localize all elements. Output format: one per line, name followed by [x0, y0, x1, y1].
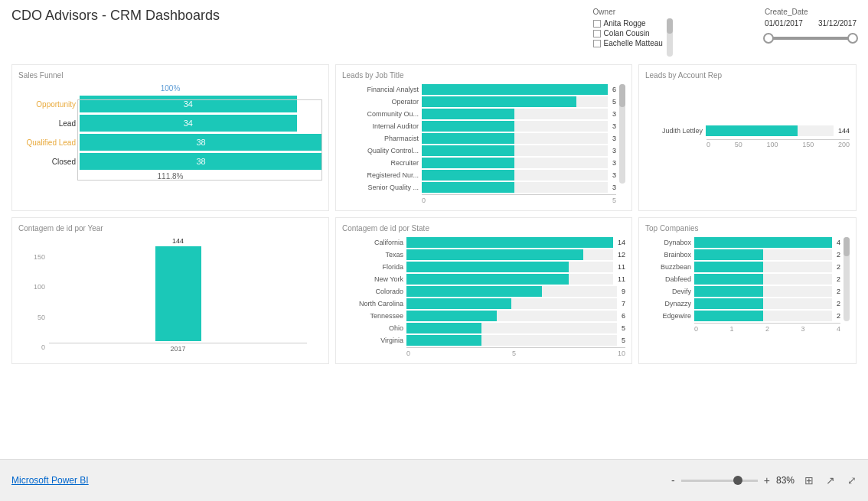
funnel-bar-container-0: 34: [80, 96, 322, 112]
zoom-slider-thumb[interactable]: [733, 476, 742, 485]
date-slider-track[interactable]: [765, 37, 857, 40]
state-bar-outer-1: [406, 249, 613, 260]
job-bar-label-5: Quality Control...: [342, 147, 419, 155]
job-bar-row-8: Senior Quality ... 3: [342, 182, 616, 193]
state-axis-0: 0: [406, 350, 410, 357]
job-scrollbar[interactable]: [619, 84, 625, 184]
state-bar-value-6: 6: [622, 312, 625, 320]
co-bar-label-0: Dynabox: [645, 239, 691, 246]
bottom-bar: Microsoft Power BI - + 83% ⊞ ↗ ⤢: [0, 459, 868, 501]
year-bar-value: 144: [172, 237, 184, 245]
co-bar-outer-2: [694, 262, 832, 272]
co-bar-value-2: 2: [837, 263, 840, 271]
co-bar-outer-4: [694, 286, 832, 297]
owner-item-1[interactable]: Anita Rogge: [593, 19, 663, 28]
share-icon[interactable]: ↗: [826, 474, 835, 486]
account-bar-label-0: Judith Lettley: [645, 127, 703, 135]
date-slider-right-thumb[interactable]: [847, 33, 858, 44]
date-filter: Create_Date 01/01/2017 31/12/2017: [765, 8, 857, 40]
co-bar-row-4: Devify 2: [645, 286, 840, 297]
funnel-row-0: Opportunity 34: [18, 96, 322, 112]
year-y-100: 100: [34, 283, 45, 291]
co-bar-row-6: Edgewire 2: [645, 311, 840, 321]
sales-funnel-panel: Sales Funnel 100% Opportunity 34 Lead 34: [11, 64, 329, 211]
count-state-title: Contagem de id por State: [342, 224, 625, 233]
funnel-top-pct: 100%: [18, 84, 322, 93]
co-bar-value-4: 2: [837, 288, 840, 295]
owner-checkbox-2[interactable]: [593, 30, 601, 37]
state-bar-outer-4: [406, 286, 617, 297]
charts-row2: Contagem de id por Year 150 100 50 0 144…: [11, 217, 857, 364]
state-bar-outer-8: [406, 335, 617, 346]
leads-account-panel: Leads by Account Rep Judith Lettley 144: [638, 64, 857, 211]
job-bar-fill-1: [422, 96, 576, 107]
count-year-title: Contagem de id por Year: [18, 224, 322, 233]
job-bar-outer-5: [422, 145, 608, 156]
account-bar-chart: Judith Lettley 144: [645, 125, 850, 136]
job-bar-value-1: 5: [612, 98, 616, 106]
funnel-bar-container-2: 38: [80, 134, 322, 151]
job-bar-label-3: Internal Auditor: [342, 122, 419, 130]
year-y-50: 50: [34, 314, 45, 321]
state-bar-row-3: New York 11: [342, 274, 625, 285]
state-bar-row-4: Colorado 9: [342, 286, 625, 297]
funnel-label-3: Closed: [18, 158, 76, 166]
state-bar-fill-5: [406, 298, 511, 309]
owner-checkbox-1[interactable]: [593, 20, 601, 28]
owner-scroll-thumb[interactable]: [667, 18, 673, 34]
fit-screen-icon[interactable]: ⊞: [804, 474, 814, 486]
state-bar-row-8: Virginia 5: [342, 335, 625, 346]
funnel-bar-container-1: 34: [80, 115, 322, 132]
count-year-chart: 150 100 50 0 144 2017: [18, 237, 322, 353]
state-bar-label-3: New York: [342, 275, 403, 283]
co-bar-fill-0: [694, 237, 832, 248]
co-axis-4: 4: [837, 325, 840, 333]
state-bar-outer-0: [406, 237, 613, 248]
co-bar-outer-5: [694, 298, 832, 309]
leads-account-title: Leads by Account Rep: [645, 71, 850, 80]
state-axis-10: 10: [618, 350, 625, 357]
count-state-chart-area: California 14 Texas: [342, 237, 625, 357]
state-bar-chart: California 14 Texas: [342, 237, 625, 346]
owner-scrollbar[interactable]: [667, 18, 673, 57]
account-axis-100: 100: [766, 141, 778, 148]
zoom-plus-icon[interactable]: +: [764, 474, 770, 486]
leads-job-chart-area: Financial Analyst 6 Operator: [342, 84, 625, 204]
job-scroll-thumb[interactable]: [619, 84, 625, 107]
owner-checkbox-3[interactable]: [593, 40, 601, 47]
state-bar-outer-2: [406, 262, 613, 272]
state-bar-fill-0: [406, 237, 613, 248]
zoom-minus-icon[interactable]: -: [671, 474, 675, 486]
job-bar-label-4: Pharmacist: [342, 135, 419, 142]
year-bar-wrapper: 144 2017: [49, 237, 307, 353]
co-bar-outer-3: [694, 274, 832, 285]
year-y-150: 150: [34, 253, 45, 261]
account-axis-line: [706, 139, 850, 140]
zoom-slider-track[interactable]: [681, 480, 758, 482]
job-bar-row-0: Financial Analyst 6: [342, 84, 616, 95]
top-co-bar-chart: Dynabox 4 Brainbox: [645, 237, 840, 321]
account-bar-fill-0: [706, 125, 798, 136]
date-slider-left-thumb[interactable]: [763, 33, 774, 44]
owner-item-3[interactable]: Eachelle Matteau: [593, 39, 663, 47]
co-bar-label-6: Edgewire: [645, 312, 691, 320]
power-bi-link[interactable]: Microsoft Power BI: [11, 475, 89, 486]
co-scroll-thumb[interactable]: [844, 237, 850, 256]
co-scrollbar[interactable]: [844, 237, 850, 321]
state-bar-row-7: Ohio 5: [342, 323, 625, 333]
job-bar-row-3: Internal Auditor 3: [342, 121, 616, 132]
expand-icon[interactable]: ⤢: [847, 474, 857, 486]
co-bar-fill-1: [694, 249, 763, 260]
date-end: 31/12/2017: [818, 19, 857, 28]
charts-row1: Sales Funnel 100% Opportunity 34 Lead 34: [11, 64, 857, 211]
top-co-bars: Dynabox 4 Brainbox: [645, 237, 840, 333]
job-bar-value-3: 3: [612, 122, 616, 130]
job-bar-outer-0: [422, 84, 608, 95]
state-bar-value-1: 12: [618, 251, 625, 259]
co-bar-value-0: 4: [837, 239, 840, 246]
job-bar-row-5: Quality Control... 3: [342, 145, 616, 156]
owner-item-2[interactable]: Colan Cousin: [593, 29, 663, 37]
zoom-percentage: 83%: [776, 475, 795, 486]
owner-filter: Owner Anita Rogge Colan Cousin Eachelle …: [593, 8, 663, 49]
funnel-row-3: Closed 38: [18, 153, 322, 170]
